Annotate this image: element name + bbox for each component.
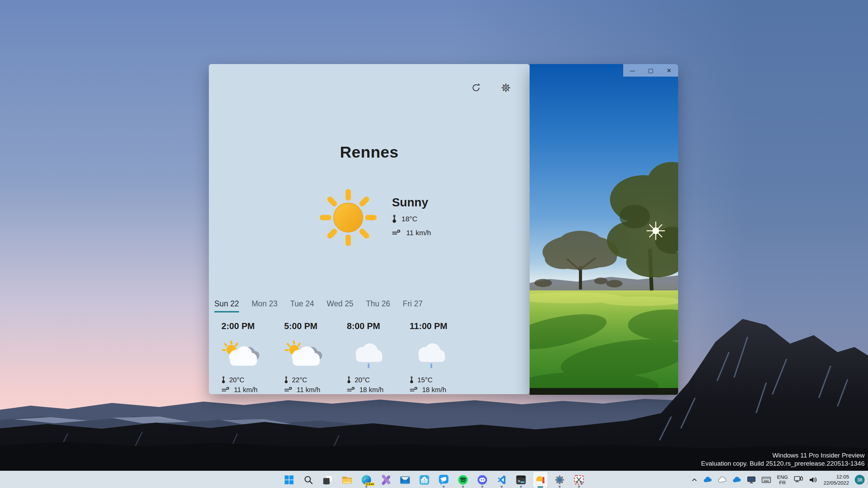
start-button[interactable] bbox=[282, 472, 297, 488]
partly-sunny-icon bbox=[284, 339, 327, 370]
language-secondary: FR bbox=[777, 480, 788, 485]
language-switcher[interactable]: ENG FR bbox=[776, 474, 789, 486]
running-indicator bbox=[520, 486, 522, 488]
tray-time: 12:05 bbox=[824, 474, 849, 480]
vscode-button[interactable] bbox=[494, 472, 509, 488]
photo-viewer-window: — ▢ ✕ bbox=[530, 64, 678, 395]
settings-gear-icon bbox=[555, 475, 565, 485]
running-indicator bbox=[443, 486, 445, 488]
discord-icon bbox=[477, 475, 488, 485]
hour-wind: 11 km/h bbox=[234, 386, 258, 394]
close-button[interactable]: ✕ bbox=[660, 64, 678, 77]
volume-tray[interactable] bbox=[808, 475, 818, 484]
notification-center-button[interactable]: 38 bbox=[854, 474, 865, 485]
spotify-icon bbox=[458, 475, 468, 485]
hour-card: 8:00 PM 20°C 18 km/h bbox=[347, 320, 410, 394]
onedrive-cloud-icon bbox=[703, 476, 712, 483]
sunny-icon bbox=[318, 187, 379, 248]
tab-sun-22[interactable]: Sun 22 bbox=[214, 299, 239, 312]
display-tray[interactable] bbox=[746, 475, 756, 484]
refresh-button[interactable] bbox=[470, 82, 482, 94]
evaluation-watermark: Windows 11 Pro Insider Preview Evaluatio… bbox=[701, 451, 865, 468]
running-indicator bbox=[559, 486, 561, 488]
tab-fri-27[interactable]: Fri 27 bbox=[403, 299, 423, 312]
tab-thu-26[interactable]: Thu 26 bbox=[366, 299, 390, 312]
file-explorer-icon bbox=[342, 475, 353, 485]
clock-tray[interactable]: 12:05 22/05/2022 bbox=[823, 473, 850, 487]
hour-wind: 18 km/h bbox=[359, 386, 383, 394]
hour-card: 11:00 PM 15°C 18 km/h bbox=[410, 320, 472, 394]
task-view-button[interactable] bbox=[320, 472, 335, 488]
watermark-line-1: Windows 11 Pro Insider Preview bbox=[701, 451, 865, 460]
hour-temperature: 20°C bbox=[355, 376, 370, 384]
running-indicator bbox=[578, 486, 580, 488]
terminal-button[interactable]: > bbox=[514, 472, 529, 488]
watermark-line-2: Evaluation copy. Build 25120.rs_prerelea… bbox=[701, 460, 865, 468]
partly-sunny-icon bbox=[221, 339, 264, 370]
twitter-button[interactable] bbox=[436, 472, 451, 488]
taskbar-center-icons: CLEAN bbox=[282, 471, 587, 488]
tray-overflow-chevron[interactable] bbox=[691, 477, 698, 483]
search-button[interactable] bbox=[301, 472, 316, 488]
onedrive-paused-tray[interactable] bbox=[717, 476, 727, 484]
wind-icon bbox=[284, 387, 293, 393]
thermometer-icon bbox=[347, 376, 351, 384]
edge-browser-button[interactable]: CLEAN bbox=[359, 472, 374, 488]
running-indicator bbox=[366, 486, 368, 488]
home-assistant-button[interactable] bbox=[417, 472, 432, 488]
hour-temperature: 20°C bbox=[229, 376, 244, 384]
onedrive-personal-tray[interactable] bbox=[732, 476, 742, 484]
refresh-icon bbox=[471, 83, 481, 93]
rain-cloud-icon bbox=[347, 339, 389, 370]
visual-studio-button[interactable] bbox=[378, 472, 393, 488]
settings-gear-icon bbox=[501, 83, 511, 93]
network-tray[interactable] bbox=[793, 475, 804, 485]
hour-wind: 18 km/h bbox=[422, 386, 446, 394]
thermometer-icon bbox=[410, 376, 414, 384]
task-view-icon bbox=[323, 475, 333, 485]
thermometer-icon bbox=[392, 215, 397, 223]
twitter-icon bbox=[439, 474, 449, 485]
settings-taskbar-button[interactable] bbox=[552, 472, 567, 488]
hour-time: 5:00 PM bbox=[284, 320, 347, 332]
mail-icon bbox=[400, 475, 411, 485]
windows-start-icon bbox=[284, 475, 294, 485]
hour-card: 5:00 PM 22°C 11 km/h bbox=[284, 320, 347, 394]
thermometer-icon bbox=[221, 376, 225, 384]
hour-card: 2:00 PM 20°C 11 km/h bbox=[221, 320, 284, 394]
desktop-wallpaper: Windows 11 Pro Insider Preview Evaluatio… bbox=[0, 0, 868, 488]
speaker-icon bbox=[809, 476, 818, 484]
mail-button[interactable] bbox=[398, 472, 413, 488]
hour-wind: 11 km/h bbox=[297, 386, 320, 394]
svg-text:>: > bbox=[518, 479, 520, 484]
monitor-icon bbox=[747, 476, 756, 484]
discord-button[interactable] bbox=[475, 472, 490, 488]
settings-button[interactable] bbox=[500, 82, 512, 94]
day-tabs: Sun 22 Mon 23 Tue 24 Wed 25 Thu 26 Fri 2… bbox=[214, 299, 423, 312]
minimize-button[interactable]: — bbox=[623, 64, 642, 77]
spotify-button[interactable] bbox=[456, 472, 471, 488]
keyboard-icon bbox=[762, 476, 771, 483]
running-indicator bbox=[481, 486, 484, 488]
weather-toolbar bbox=[470, 82, 512, 94]
ethernet-network-icon bbox=[794, 476, 803, 484]
tab-mon-23[interactable]: Mon 23 bbox=[252, 299, 278, 312]
tab-tue-24[interactable]: Tue 24 bbox=[290, 299, 314, 312]
notification-badge: 38 bbox=[855, 475, 865, 485]
hour-time: 2:00 PM bbox=[221, 320, 284, 332]
touch-keyboard-tray[interactable] bbox=[761, 476, 772, 484]
window-controls: — ▢ ✕ bbox=[623, 64, 678, 77]
tab-wed-25[interactable]: Wed 25 bbox=[327, 299, 353, 312]
snipping-tool-button[interactable] bbox=[572, 472, 587, 488]
system-tray: ENG FR bbox=[691, 471, 865, 488]
file-explorer-button[interactable] bbox=[340, 472, 355, 488]
cloud-paused-icon bbox=[718, 476, 727, 483]
weather-app-button[interactable] bbox=[533, 472, 548, 488]
thermometer-icon bbox=[284, 376, 288, 384]
chevron-up-icon bbox=[691, 478, 697, 482]
maximize-button[interactable]: ▢ bbox=[642, 64, 660, 77]
hourly-forecast: 2:00 PM 20°C 11 km/h bbox=[221, 320, 472, 394]
hour-temperature: 22°C bbox=[292, 376, 307, 384]
language-primary: ENG bbox=[777, 474, 788, 480]
onedrive-business-tray[interactable] bbox=[703, 476, 713, 484]
